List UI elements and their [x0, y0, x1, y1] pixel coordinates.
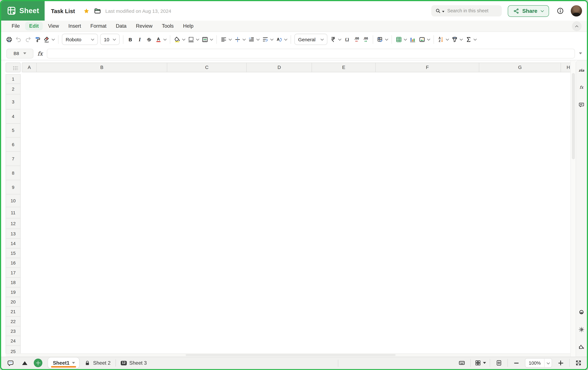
vertical-scrollbar[interactable] — [570, 60, 576, 357]
discuss-icon[interactable] — [7, 359, 14, 367]
row-header-5[interactable]: 5 — [6, 124, 20, 138]
row-header-1[interactable]: 1 — [6, 74, 20, 84]
filter-button[interactable] — [450, 34, 464, 45]
format-painter-button[interactable] — [32, 34, 42, 45]
row-header-18[interactable]: 18 — [6, 278, 20, 287]
row-header-13[interactable]: 13 — [6, 229, 20, 239]
row-header-10[interactable]: 10 — [6, 195, 20, 207]
row-header-12[interactable]: 12 — [6, 218, 20, 229]
row-header-6[interactable]: 6 — [6, 138, 20, 152]
keyboard-shortcuts-button[interactable] — [457, 358, 466, 368]
search-box[interactable] — [431, 5, 502, 16]
zoom-out-button[interactable] — [512, 358, 521, 368]
column-header-c[interactable]: C — [167, 63, 247, 72]
bold-button[interactable]: B — [126, 34, 135, 45]
formula-builder-button[interactable]: fx — [577, 82, 586, 92]
share-button[interactable]: Share — [508, 5, 549, 17]
view-settings-button[interactable] — [577, 308, 586, 317]
document-title[interactable]: Task List — [51, 8, 75, 14]
sheet-list-icon[interactable] — [22, 361, 27, 365]
text-wrap-button[interactable] — [261, 34, 274, 45]
menu-insert[interactable]: Insert — [64, 22, 85, 30]
folder-icon[interactable] — [94, 7, 101, 15]
row-header-11[interactable]: 11 — [6, 207, 20, 218]
user-avatar[interactable] — [571, 5, 582, 16]
comma-format-button[interactable]: (,) — [342, 34, 352, 45]
column-header-e[interactable]: E — [312, 63, 376, 72]
borders-button[interactable] — [187, 34, 200, 45]
info-icon[interactable] — [556, 7, 564, 15]
feedback-button[interactable] — [577, 342, 586, 352]
insert-chart-button[interactable] — [408, 34, 417, 45]
row-header-8[interactable]: 8 — [6, 166, 20, 180]
column-header-b[interactable]: B — [37, 63, 167, 72]
vertical-align-button[interactable] — [233, 34, 247, 45]
fullscreen-button[interactable] — [573, 358, 583, 368]
spreadsheet-cells[interactable] — [22, 74, 570, 353]
row-header-7[interactable]: 7 — [6, 152, 20, 166]
favorite-star-icon[interactable] — [83, 8, 90, 14]
zoom-dropdown[interactable] — [544, 359, 552, 367]
number-format-select[interactable]: General — [294, 34, 327, 45]
row-header-24[interactable]: 24 — [6, 336, 20, 346]
horizontal-scrollbar-thumb[interactable] — [186, 354, 396, 356]
indent-button[interactable] — [247, 34, 261, 45]
column-header-h[interactable]: H — [561, 63, 570, 72]
strikethrough-button[interactable]: S — [144, 34, 154, 45]
column-header-d[interactable]: D — [247, 63, 312, 72]
row-header-17[interactable]: 17 — [6, 268, 20, 278]
formula-input[interactable] — [47, 49, 575, 58]
currency-rupee-button[interactable] — [328, 34, 342, 45]
row-header-21[interactable]: 21 — [6, 307, 20, 317]
horizontal-scrollbar[interactable] — [6, 353, 570, 357]
menu-data[interactable]: Data — [112, 22, 131, 30]
column-header-g[interactable]: G — [479, 63, 561, 72]
column-header-a[interactable]: A — [22, 63, 37, 72]
sort-button[interactable]: AZ — [436, 34, 450, 45]
zoom-level[interactable]: 100% — [525, 359, 544, 367]
row-header-15[interactable]: 15 — [6, 248, 20, 258]
row-header-19[interactable]: 19 — [6, 288, 20, 297]
increase-decimal-button[interactable]: .00 — [361, 34, 370, 45]
decrease-decimal-button[interactable]: .00 — [352, 34, 361, 45]
row-header-14[interactable]: 14 — [6, 239, 20, 248]
text-rotate-button[interactable]: A — [274, 34, 288, 45]
row-header-22[interactable]: 22 — [6, 317, 20, 326]
select-all-corner[interactable] — [6, 63, 21, 72]
row-header-3[interactable]: 3 — [6, 94, 20, 109]
menu-tools[interactable]: Tools — [158, 22, 178, 30]
font-size-select[interactable]: 10 — [100, 34, 120, 45]
sheet-tab-sheet1[interactable]: Sheet1 — [48, 358, 79, 368]
undo-button[interactable] — [14, 34, 23, 45]
zoom-in-button[interactable] — [556, 358, 566, 368]
row-header-16[interactable]: 16 — [6, 258, 20, 268]
italic-button[interactable]: I — [135, 34, 144, 45]
search-options-caret-icon[interactable] — [442, 11, 444, 12]
row-header-20[interactable]: 20 — [6, 297, 20, 307]
zia-button[interactable]: zia — [577, 65, 586, 75]
vertical-scrollbar-thumb[interactable] — [572, 73, 575, 159]
fit-to-screen-button[interactable] — [494, 358, 504, 368]
font-color-button[interactable]: A — [154, 34, 168, 45]
functions-button[interactable] — [464, 34, 478, 45]
font-family-select[interactable]: Roboto — [62, 34, 98, 45]
insert-image-button[interactable] — [417, 34, 431, 45]
collapse-toolbar-button[interactable] — [572, 21, 582, 31]
menu-file[interactable]: File — [8, 22, 24, 30]
app-logo[interactable]: Sheet — [1, 1, 45, 21]
menu-help[interactable]: Help — [179, 22, 198, 30]
row-header-2[interactable]: 2 — [6, 84, 20, 94]
sheet-tab-sheet-3[interactable]: 12Sheet 3 — [116, 357, 152, 369]
insert-table-button[interactable] — [394, 34, 408, 45]
menu-review[interactable]: Review — [132, 22, 157, 30]
print-button[interactable] — [5, 34, 14, 45]
row-header-4[interactable]: 4 — [6, 109, 20, 124]
fill-color-button[interactable] — [172, 34, 187, 45]
row-header-25[interactable]: 25 — [6, 346, 20, 353]
menu-edit[interactable]: Edit — [25, 22, 43, 30]
appearance-button[interactable] — [577, 325, 586, 334]
cell-name-box[interactable]: B8 — [6, 49, 33, 58]
horizontal-align-button[interactable] — [219, 34, 233, 45]
column-header-f[interactable]: F — [376, 63, 479, 72]
freeze-panes-button[interactable] — [474, 358, 486, 368]
